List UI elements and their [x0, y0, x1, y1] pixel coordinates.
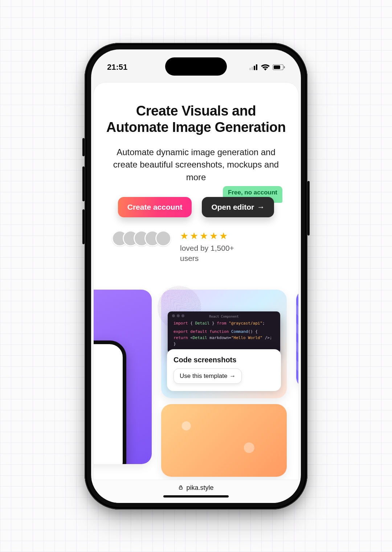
- status-time: 21:51: [107, 63, 127, 72]
- template-carousel[interactable]: e your to Arc React Component: [93, 290, 299, 477]
- template-card-stripe[interactable]: [296, 290, 299, 388]
- code-caption: React Component: [168, 314, 280, 319]
- svg-rect-5: [274, 65, 280, 69]
- phone-screen: 21:51: [91, 49, 301, 503]
- code-card-title: Code screenshots: [173, 356, 274, 364]
- address-bar[interactable]: pika.style: [178, 484, 213, 492]
- avatar-stack: [112, 230, 171, 246]
- arrow-right-icon: →: [229, 372, 236, 380]
- use-template-button[interactable]: Use this template→: [173, 368, 242, 384]
- svg-rect-0: [249, 68, 251, 70]
- template-card-arc[interactable]: e your to Arc: [93, 290, 152, 464]
- svg-rect-3: [256, 64, 257, 70]
- svg-rect-2: [254, 66, 255, 70]
- template-card-orange[interactable]: [161, 404, 287, 477]
- arc-card-title: e your to Arc: [93, 299, 142, 324]
- dynamic-island: [165, 57, 227, 76]
- wifi-icon: [261, 64, 270, 70]
- social-proof: ★★★★★ loved by 1,500+ users: [105, 230, 287, 264]
- avatar: [155, 230, 171, 246]
- loved-by-text: loved by 1,500+ users: [180, 243, 245, 264]
- viewport[interactable]: Create Visuals and Automate Image Genera…: [91, 49, 301, 503]
- cellular-icon: [249, 64, 258, 70]
- rating-block: ★★★★★ loved by 1,500+ users: [180, 230, 245, 264]
- hero-subtitle: Automate dynamic image generation and cr…: [105, 146, 287, 184]
- power-button: [307, 181, 310, 235]
- status-indicators: [249, 64, 285, 70]
- code-window: React Component import { Detail } from "…: [168, 311, 280, 354]
- side-button: [82, 138, 85, 156]
- open-editor-label: Open editor: [211, 203, 254, 211]
- star-rating: ★★★★★: [180, 230, 245, 242]
- svg-rect-7: [179, 487, 182, 489]
- phone-mockup-graphic: [93, 341, 126, 464]
- template-card-code[interactable]: React Component import { Detail } from "…: [161, 290, 287, 398]
- battery-icon: [273, 64, 285, 70]
- svg-rect-1: [252, 67, 253, 70]
- browser-bottom-bar: pika.style: [91, 480, 301, 503]
- create-account-button[interactable]: Create account: [118, 197, 192, 217]
- home-indicator[interactable]: [163, 495, 229, 497]
- arrow-right-icon: →: [257, 203, 265, 211]
- volume-down-button: [82, 209, 85, 244]
- lock-icon: [178, 484, 183, 492]
- cta-row: Free, no account Create account Open edi…: [105, 197, 287, 217]
- svg-rect-6: [284, 66, 285, 68]
- phone-frame: 21:51: [85, 43, 307, 509]
- volume-up-button: [82, 166, 85, 201]
- page-card: Create Visuals and Automate Image Genera…: [93, 82, 299, 482]
- open-editor-button[interactable]: Open editor →: [202, 197, 274, 217]
- hero-title: Create Visuals and Automate Image Genera…: [105, 103, 287, 136]
- code-card-panel: Code screenshots Use this template→: [167, 349, 281, 391]
- url-text: pika.style: [186, 484, 213, 492]
